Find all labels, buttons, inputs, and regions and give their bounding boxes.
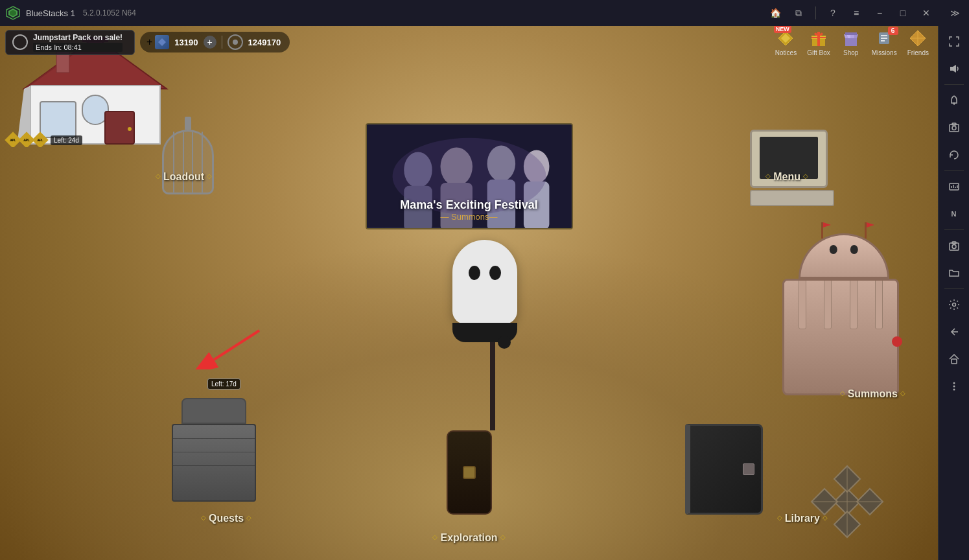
summons-building[interactable] xyxy=(782,233,905,376)
ghost-tail xyxy=(452,323,517,342)
fullscreen-button[interactable] xyxy=(941,29,967,54)
sidebar-divider xyxy=(944,288,964,289)
friends-button[interactable]: Friends xyxy=(904,27,933,58)
summons-base xyxy=(782,279,899,395)
title-version: 5.2.0.1052 N64 xyxy=(83,8,136,18)
jumpstart-title: Jumpstart Pack on sale! xyxy=(33,33,123,42)
folder-button[interactable] xyxy=(941,260,967,286)
summons-col xyxy=(799,279,806,329)
svg-point-60 xyxy=(952,245,956,249)
stone-tower[interactable]: Left: 17d xyxy=(169,398,259,508)
add-currency1-plus[interactable]: + xyxy=(204,36,216,49)
exploration-label: Exploration xyxy=(440,532,497,544)
sidebar-divider xyxy=(944,84,964,85)
festival-subtitle: Summons xyxy=(367,212,572,222)
help-button[interactable]: ? xyxy=(824,5,842,21)
flag-pole-right xyxy=(865,222,867,239)
summons-label: Summons xyxy=(848,388,898,400)
scroll-buckle xyxy=(463,466,476,479)
summons-columns xyxy=(784,279,897,329)
ghost-eye-left xyxy=(830,245,837,254)
quest-time-text: Left: 17d xyxy=(211,380,237,388)
minimize-button[interactable]: − xyxy=(870,5,889,21)
shop-icon xyxy=(841,28,861,49)
ghost-body xyxy=(452,240,517,324)
tower-body xyxy=(172,424,256,502)
svg-rect-64 xyxy=(951,359,957,364)
bottom-diamond-control[interactable] xyxy=(808,463,886,541)
app-window: BlueStacks 1 5.2.0.1052 N64 🏠 ⧉ ? ≡ − □ … xyxy=(0,0,969,560)
festival-banner[interactable]: Mama's Exciting Festival Summons xyxy=(366,123,573,229)
tower-line xyxy=(173,465,255,466)
hamburger-button[interactable]: ≡ xyxy=(847,5,865,21)
more-button[interactable] xyxy=(941,373,967,399)
shop-button[interactable]: Shop xyxy=(837,27,865,58)
svg-point-62 xyxy=(952,303,955,307)
giftbox-button[interactable]: Gift Box xyxy=(803,27,834,58)
notices-button[interactable]: NEW Notices xyxy=(771,27,800,58)
svg-rect-11 xyxy=(845,32,857,35)
volume-button[interactable] xyxy=(941,56,967,82)
missions-button[interactable]: 6 Missions xyxy=(868,27,901,58)
festival-title: Mama's Exciting Festival xyxy=(367,198,572,212)
computer-keyboard xyxy=(750,190,834,206)
exploration-chevron-right: ◇ xyxy=(500,533,506,541)
content-area: Jumpstart Pack on sale! Ends In: 08:41 +… xyxy=(0,26,969,560)
copy-button[interactable]: ⧉ xyxy=(789,5,808,21)
ghost-eye-right xyxy=(850,245,858,254)
close-button[interactable]: ✕ xyxy=(917,5,935,21)
summons-badge xyxy=(892,336,902,347)
tower-line xyxy=(173,452,255,452)
screenshot-button[interactable] xyxy=(941,115,967,141)
notifications-button[interactable] xyxy=(941,88,967,113)
jumpstart-banner[interactable]: Jumpstart Pack on sale! Ends In: 08:41 xyxy=(5,30,135,55)
settings-button[interactable] xyxy=(941,292,967,318)
svg-point-66 xyxy=(953,386,955,388)
friends-icon xyxy=(907,28,928,49)
npk-button[interactable]: N xyxy=(941,201,967,227)
festival-text: Mama's Exciting Festival Summons xyxy=(367,198,572,222)
currency1-icon xyxy=(155,35,169,49)
dark-scroll[interactable] xyxy=(443,430,495,521)
tower-line xyxy=(173,438,255,439)
summons-ghost-face xyxy=(824,245,863,257)
summons-flags xyxy=(800,222,887,239)
svg-marker-48 xyxy=(950,65,956,73)
title-text: BlueStacks 1 xyxy=(26,8,75,18)
performance-button[interactable] xyxy=(941,174,967,200)
apl-badge-3: ALL xyxy=(32,132,48,147)
giftbox-label: Gift Box xyxy=(807,49,830,56)
home-nav-button[interactable] xyxy=(941,346,967,372)
dark-book[interactable] xyxy=(685,424,769,521)
restore-button[interactable]: □ xyxy=(894,5,912,21)
friends-label: Friends xyxy=(907,49,929,56)
flag-pole-left xyxy=(821,222,823,239)
tower-top xyxy=(181,398,246,424)
menu-menu-item[interactable]: ◇ Menu ◇ xyxy=(765,169,808,183)
summons-col xyxy=(824,279,832,329)
clock-icon xyxy=(12,34,28,50)
camera-button[interactable] xyxy=(941,233,967,259)
summons-col xyxy=(850,279,858,329)
add-currency1-button[interactable]: + xyxy=(146,36,152,48)
currency1-value: 13190 xyxy=(174,38,198,47)
quests-label: Quests xyxy=(209,513,244,524)
exploration-menu-item[interactable]: ◇ Exploration ◇ xyxy=(432,530,505,544)
currency-area: + 13190 + 1249170 xyxy=(140,32,290,52)
svg-point-65 xyxy=(953,382,955,384)
home-button[interactable]: 🏠 xyxy=(766,5,784,21)
missions-label: Missions xyxy=(872,49,897,56)
svg-marker-3 xyxy=(158,38,166,46)
expand-button[interactable]: ≫ xyxy=(946,5,964,21)
right-sidebar: N xyxy=(938,26,969,560)
summons-menu-item[interactable]: ◇ Summons ◇ xyxy=(840,386,905,400)
back-button[interactable] xyxy=(941,319,967,345)
svg-point-52 xyxy=(952,126,956,130)
currency-separator xyxy=(222,36,222,49)
loadout-chevron-left: ◇ xyxy=(156,172,161,180)
rotate-button[interactable] xyxy=(941,142,967,168)
loadout-menu-item[interactable]: ◇ Loadout ◇ xyxy=(156,169,212,183)
svg-point-37 xyxy=(128,127,132,131)
quests-menu-item[interactable]: ◇ Quests ◇ xyxy=(201,510,251,524)
svg-line-40 xyxy=(214,331,259,360)
